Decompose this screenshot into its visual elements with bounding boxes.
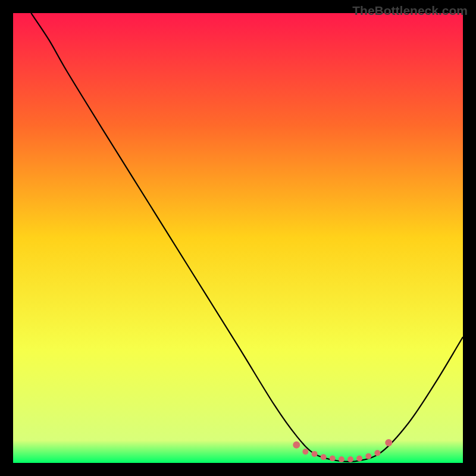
curve-marker xyxy=(347,456,353,462)
curve-marker xyxy=(385,439,392,446)
chart-svg xyxy=(13,13,463,463)
curve-marker xyxy=(302,449,308,455)
curve-marker xyxy=(293,441,300,449)
watermark-text: TheBottleneck.com xyxy=(352,4,468,18)
chart-background xyxy=(13,13,463,463)
curve-marker xyxy=(330,455,336,461)
curve-marker xyxy=(312,451,318,457)
curve-marker xyxy=(365,453,371,459)
curve-marker xyxy=(356,455,362,461)
curve-marker xyxy=(339,456,345,462)
curve-marker xyxy=(321,454,327,460)
curve-marker xyxy=(374,450,380,456)
chart-plot-area xyxy=(13,13,463,463)
